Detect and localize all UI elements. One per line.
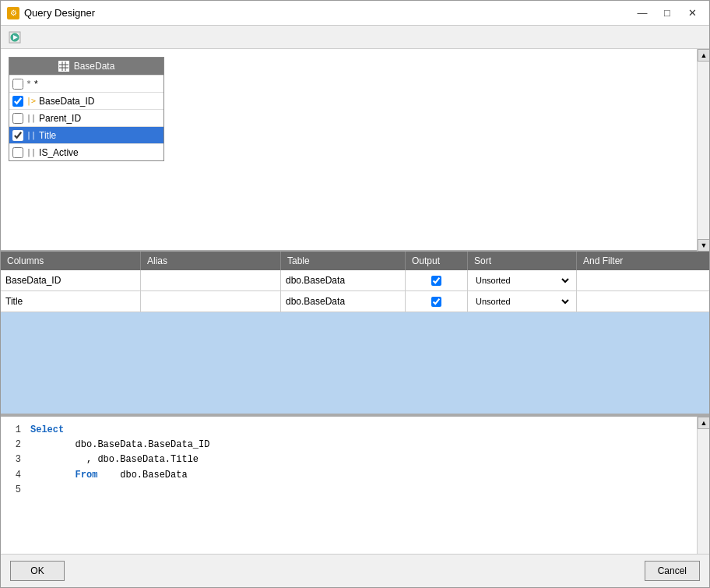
row-label-title: Title	[39, 130, 56, 141]
col-header-columns: Columns	[1, 252, 141, 270]
table-name: BaseData	[74, 61, 115, 72]
grid-cell-alias-2	[141, 291, 281, 312]
table-input-2[interactable]	[286, 296, 400, 307]
grid-body: Unsorted Ascending Descending	[1, 270, 709, 414]
table-header: BaseData	[9, 58, 163, 75]
sql-pane: 1 2 3 4 5 Select dbo.BaseData.BaseData_I…	[1, 417, 697, 554]
sql-content[interactable]: 1 2 3 4 5 Select dbo.BaseData.BaseData_I…	[1, 417, 697, 554]
line-num-4: 4	[4, 468, 21, 483]
sql-scrollbar: ▲ ▼	[697, 417, 709, 554]
main-content: BaseData * * |> BaseData_ID	[1, 49, 709, 554]
grid-icon	[59, 62, 69, 71]
row-label-star: *	[34, 79, 38, 90]
table-row: || IS_Active	[9, 143, 163, 160]
row-checkbox-title[interactable]	[12, 130, 23, 141]
query-designer-window: ⚙ Query Designer — □ ✕	[0, 0, 710, 588]
sql-scrollbar-up-btn[interactable]: ▲	[698, 417, 709, 429]
table-header-icon	[58, 61, 69, 72]
run-icon	[9, 31, 21, 44]
maximize-button[interactable]: □	[656, 5, 678, 22]
content-area: BaseData * * |> BaseData_ID	[1, 49, 709, 554]
row-icon-star: *	[26, 79, 31, 88]
footer: OK Cancel	[1, 554, 709, 587]
row-icon-title: ||	[26, 131, 36, 139]
sql-keyword-select: Select	[30, 424, 64, 435]
ok-button[interactable]: OK	[10, 561, 65, 581]
alias-input-1[interactable]	[146, 275, 276, 286]
column-input-2[interactable]	[5, 296, 135, 307]
sort-select-1[interactable]: Unsorted Ascending Descending	[473, 275, 571, 286]
grid-cell-output-1	[406, 270, 468, 290]
grid-cell-table-2	[281, 291, 406, 312]
grid-pane: Columns Alias Table Output Sort And Filt…	[1, 252, 709, 415]
line-num-2: 2	[4, 438, 21, 452]
row-checkbox-star[interactable]	[12, 79, 23, 90]
grid-cell-andfilter-2	[577, 291, 709, 312]
grid-empty-area	[1, 312, 709, 390]
sql-section: 1 2 3 4 5 Select dbo.BaseData.BaseData_I…	[1, 415, 709, 554]
row-icon-parentid: ||	[26, 114, 36, 122]
cancel-button[interactable]: Cancel	[645, 561, 700, 581]
grid-cell-output-2	[406, 291, 468, 312]
output-checkbox-1[interactable]	[431, 276, 441, 286]
col-header-andfilter: And Filter	[577, 252, 709, 270]
column-input-1[interactable]	[5, 275, 135, 286]
grid-cell-andfilter-1	[577, 270, 709, 290]
table-row-selected[interactable]: || Title	[9, 126, 163, 143]
diagram-scrollbar: ▲ ▼	[697, 49, 709, 252]
row-label-basedataid: BaseData_ID	[39, 96, 94, 107]
close-button[interactable]: ✕	[681, 5, 703, 22]
row-icon-isactive: ||	[26, 148, 36, 157]
alias-input-2[interactable]	[146, 296, 276, 307]
diagram-pane[interactable]: BaseData * * |> BaseData_ID	[1, 49, 697, 252]
scrollbar-up-btn[interactable]: ▲	[698, 49, 709, 62]
line-numbers: 1 2 3 4 5	[1, 417, 24, 554]
title-bar: ⚙ Query Designer — □ ✕	[1, 1, 709, 26]
sql-scrollbar-track[interactable]	[698, 429, 709, 554]
grid-row-1: Unsorted Ascending Descending	[1, 270, 709, 291]
col-header-output: Output	[406, 252, 468, 270]
grid-cell-sort-1: Unsorted Ascending Descending	[468, 270, 577, 290]
grid-cell-alias-1	[141, 270, 281, 290]
table-row: |> BaseData_ID	[9, 92, 163, 109]
window-icon: ⚙	[7, 7, 19, 19]
window-title: Query Designer	[24, 7, 95, 19]
row-label-isactive: IS_Active	[39, 147, 79, 158]
table-input-1[interactable]	[286, 275, 400, 286]
line-num-5: 5	[4, 483, 21, 498]
row-label-parentid: Parent_ID	[39, 113, 81, 124]
sql-code-area[interactable]: Select dbo.BaseData.BaseData_ID , dbo.Ba…	[24, 417, 697, 554]
andfilter-input-1[interactable]	[582, 275, 709, 286]
table-widget: BaseData * * |> BaseData_ID	[9, 57, 164, 161]
line-num-3: 3	[4, 452, 21, 467]
title-controls: — □ ✕	[631, 5, 703, 22]
col-header-sort: Sort	[468, 252, 577, 270]
minimize-button[interactable]: —	[631, 5, 653, 22]
run-button[interactable]	[5, 29, 24, 46]
grid-cell-sort-2: Unsorted Ascending Descending	[468, 291, 577, 312]
toolbar	[1, 26, 709, 49]
grid-cell-col-1	[1, 270, 141, 290]
row-icon-key: |>	[26, 97, 36, 105]
grid-row-2: Unsorted Ascending Descending	[1, 291, 709, 312]
andfilter-input-2[interactable]	[582, 296, 709, 307]
sort-select-2[interactable]: Unsorted Ascending Descending	[473, 296, 571, 307]
col-header-alias: Alias	[141, 252, 281, 270]
row-checkbox-isactive[interactable]	[12, 147, 23, 158]
table-row: || Parent_ID	[9, 109, 163, 126]
grid-cell-col-2	[1, 291, 141, 312]
diagram-section: BaseData * * |> BaseData_ID	[1, 49, 709, 252]
svg-rect-3	[59, 62, 69, 71]
row-checkbox-basedataid[interactable]	[12, 96, 23, 107]
table-row: * *	[9, 75, 163, 92]
grid-cell-table-1	[281, 270, 406, 290]
grid-header: Columns Alias Table Output Sort And Filt…	[1, 252, 709, 270]
row-checkbox-parentid[interactable]	[12, 113, 23, 124]
title-bar-left: ⚙ Query Designer	[7, 7, 95, 19]
output-checkbox-2[interactable]	[431, 297, 441, 307]
scrollbar-down-btn[interactable]: ▼	[698, 239, 709, 252]
scrollbar-track[interactable]	[698, 62, 709, 239]
col-header-table: Table	[281, 252, 406, 270]
sql-keyword-from: From	[76, 470, 98, 481]
line-num-1: 1	[4, 423, 21, 438]
